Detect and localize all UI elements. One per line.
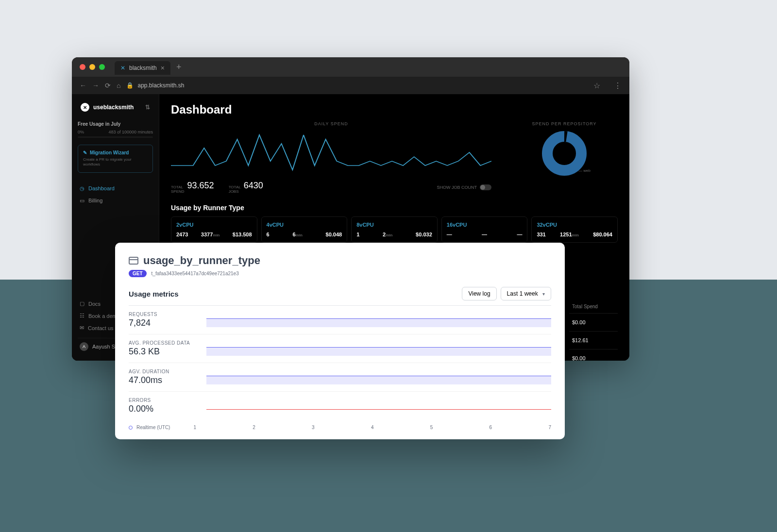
- migration-title: Migration Wizard: [90, 150, 129, 155]
- metric-label: AGV. DURATION: [129, 369, 206, 374]
- org-switcher[interactable]: ✕ useblacksmith ⇅: [78, 100, 153, 115]
- metric-value: 56.3 KB: [129, 347, 206, 357]
- org-name: useblacksmith: [93, 104, 134, 111]
- runner-jobs: 1: [356, 232, 359, 237]
- timeline-tick: 7: [548, 425, 551, 430]
- runner-spend: $0.048: [326, 232, 342, 237]
- runner-card[interactable]: 2vCPU 2473 3377min $13.508: [171, 216, 257, 243]
- usage-panel: Free Usage in July 0% 483 of 100000 minu…: [78, 121, 153, 138]
- usage-progress-bar: [78, 136, 153, 138]
- period-dropdown[interactable]: Last 1 week ▾: [501, 287, 551, 300]
- page-title: Dashboard: [171, 103, 618, 116]
- metric-sparkline: [206, 370, 551, 384]
- minimize-window-icon[interactable]: [89, 64, 95, 70]
- metric-value: 0.00%: [129, 404, 206, 414]
- total-jobs-value: 6430: [244, 181, 263, 191]
- metric-label: ERRORS: [129, 398, 206, 403]
- reload-icon[interactable]: ⟳: [105, 82, 111, 89]
- timeline-tick: 5: [430, 425, 433, 430]
- chevron-updown-icon: ⇅: [145, 104, 150, 111]
- metric-row: REQUESTS 7,824: [129, 306, 551, 334]
- timeline-tick: 6: [490, 425, 492, 430]
- usage-by-runner-title: Usage by Runner Type: [171, 204, 618, 212]
- tab-title: blacksmith: [129, 65, 157, 71]
- url-text: app.blacksmith.sh: [137, 82, 184, 89]
- spend-per-repo-chart: — web: [540, 129, 589, 178]
- browser-tab[interactable]: ✕ blacksmith ×: [115, 61, 170, 75]
- runner-time: 2min: [383, 232, 392, 237]
- runner-time: 3377min: [201, 232, 220, 237]
- metric-row: AGV. DURATION 47.00ms: [129, 363, 551, 392]
- timeline-label: Realtime (UTC): [136, 425, 170, 430]
- runner-card[interactable]: 16vCPU — — —: [441, 216, 528, 243]
- timeline-tick: 1: [193, 425, 196, 430]
- runner-card[interactable]: 8vCPU 1 2min $0.032: [351, 216, 438, 243]
- runner-jobs: 331: [537, 232, 545, 237]
- timeline-tick: 2: [253, 425, 255, 430]
- sidebar-item-label: Billing: [88, 198, 102, 203]
- runner-time: 1251min: [560, 232, 579, 237]
- timeline-tick: 3: [312, 425, 315, 430]
- trace-id: t_fafaa3433ee54417a7dc49ee721a21e3: [152, 271, 239, 276]
- metric-row: ERRORS 0.00%: [129, 392, 551, 420]
- back-icon[interactable]: ←: [80, 82, 86, 89]
- view-log-button[interactable]: View log: [462, 287, 496, 300]
- metric-value: 47.00ms: [129, 375, 206, 385]
- forward-icon[interactable]: →: [92, 82, 99, 89]
- daily-spend-label: DAILY SPEND: [171, 121, 491, 126]
- spend-col-header: Total Spend: [569, 300, 618, 313]
- chevron-down-icon: ▾: [542, 291, 545, 297]
- metric-row: AVG. PROCESSED DATA 56.3 KB: [129, 334, 551, 363]
- total-spend-value: 93.652: [187, 181, 214, 191]
- runner-title: 4vCPU: [267, 222, 342, 228]
- total-spend-label: TOTAL SPEND: [171, 185, 185, 194]
- browser-menu-icon[interactable]: ⋮: [614, 81, 622, 90]
- avatar: A: [80, 342, 88, 351]
- metric-value: 7,824: [129, 318, 206, 328]
- metric-sparkline: [206, 313, 551, 327]
- sidebar-item-label: Docs: [88, 301, 101, 307]
- toggle-switch-icon: [480, 184, 491, 190]
- maximize-window-icon[interactable]: [99, 64, 105, 70]
- runner-time: —: [482, 232, 487, 237]
- tab-favicon-icon: ✕: [120, 65, 125, 71]
- migration-subtitle: Create a PR to migrate your workflows: [83, 157, 148, 167]
- sidebar-item-dashboard[interactable]: ◷Dashboard: [78, 183, 153, 195]
- calendar-icon: ☷: [80, 313, 84, 319]
- sidebar-item-label: Dashboard: [88, 185, 115, 191]
- new-tab-icon[interactable]: +: [176, 62, 182, 72]
- spend-row: $0.00: [569, 313, 618, 331]
- lock-icon: 🔒: [126, 82, 134, 89]
- http-method-badge: GET: [129, 270, 147, 277]
- window-icon: [129, 257, 138, 265]
- api-detail-card: usage_by_runner_type GET t_fafaa3433ee54…: [115, 243, 565, 439]
- close-tab-icon[interactable]: ×: [161, 64, 165, 72]
- close-window-icon[interactable]: [80, 64, 85, 70]
- url-input[interactable]: 🔒 app.blacksmith.sh: [126, 82, 588, 89]
- timeline-axis: Realtime (UTC) 1234567: [129, 420, 551, 430]
- runner-jobs: 2473: [176, 232, 188, 237]
- metrics-title: Usage metrics: [129, 290, 179, 298]
- runner-card[interactable]: 32vCPU 331 1251min $80.064: [531, 216, 618, 243]
- home-icon[interactable]: ⌂: [117, 82, 120, 89]
- metric-label: AVG. PROCESSED DATA: [129, 340, 206, 346]
- card-icon: ▭: [80, 198, 84, 204]
- runner-card[interactable]: 4vCPU 6 6min $0.048: [261, 216, 348, 243]
- realtime-dot-icon: [129, 426, 133, 430]
- sidebar-item-billing[interactable]: ▭Billing: [78, 195, 153, 207]
- runner-spend: $0.032: [416, 232, 432, 237]
- spend-row: $12.61: [569, 331, 618, 349]
- runner-spend: $13.508: [233, 232, 252, 237]
- daily-spend-chart: [171, 128, 491, 177]
- metric-sparkline: [206, 341, 551, 356]
- spend-row: $0.00: [569, 349, 618, 361]
- timeline-tick: 4: [371, 425, 374, 430]
- show-job-count-toggle[interactable]: SHOW JOB COUNT: [437, 184, 492, 190]
- runner-title: 16vCPU: [447, 222, 523, 228]
- endpoint-title: usage_by_runner_type: [143, 254, 260, 267]
- bookmark-icon[interactable]: ☆: [593, 81, 600, 90]
- migration-wizard-card[interactable]: ✎ Migration Wizard Create a PR to migrat…: [78, 145, 153, 173]
- address-bar: ← → ⟳ ⌂ 🔒 app.blacksmith.sh ☆ ⋮: [72, 77, 629, 94]
- runner-spend: $80.064: [593, 232, 612, 237]
- donut-legend: web: [583, 168, 591, 173]
